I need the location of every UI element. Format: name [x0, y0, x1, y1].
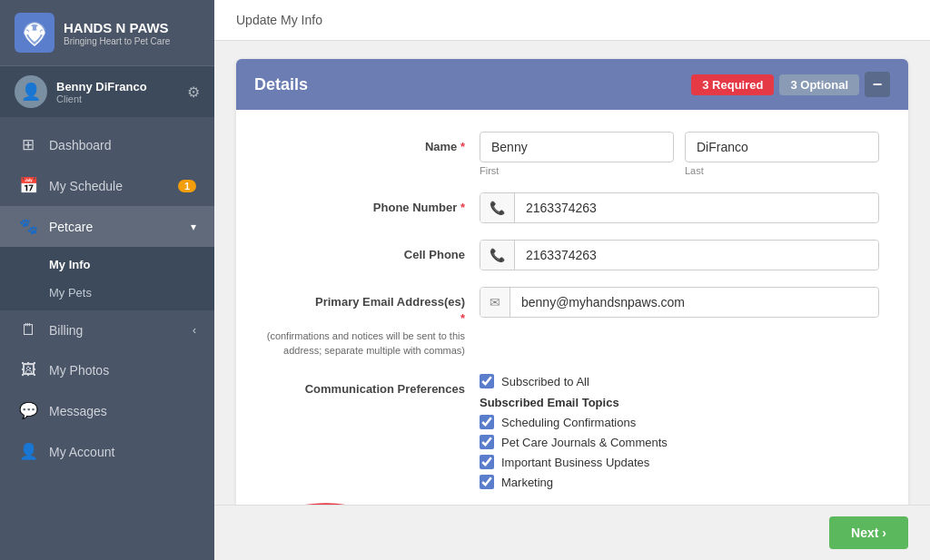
petcare-submenu: My Info My Pets	[0, 247, 214, 310]
sidebar-item-label: Messages	[49, 404, 107, 418]
topic4-label[interactable]: Marketing	[480, 475, 879, 489]
email-input-wrap: ✉	[480, 287, 879, 318]
email-icon: ✉	[480, 288, 510, 317]
sidebar-item-my-account[interactable]: 👤 My Account	[0, 431, 214, 472]
last-name-input[interactable]	[685, 132, 879, 162]
sidebar: HANDS N PAWS Bringing Heart to Pet Care …	[0, 0, 214, 560]
required-star: *	[460, 201, 465, 214]
sidebar-item-messages[interactable]: 💬 Messages	[0, 390, 214, 431]
last-label: Last	[685, 165, 879, 176]
calendar-icon: 📅	[18, 176, 38, 195]
navigation: ⊞ Dashboard 📅 My Schedule 1 🐾 Petcare ▾ …	[0, 117, 214, 560]
name-fields: First Last	[480, 132, 879, 176]
required-badge: 3 Required	[691, 74, 774, 95]
topic1-label[interactable]: Scheduling Confirmations	[480, 415, 879, 429]
sidebar-item-label: My Account	[49, 445, 114, 459]
details-card: Details 3 Required 3 Optional − Name *	[236, 59, 908, 505]
sidebar-item-label: Dashboard	[49, 138, 112, 152]
user-info: Benny DiFranco Client	[56, 80, 178, 104]
next-button[interactable]: Next ›	[829, 516, 908, 549]
cell-field: 📞	[480, 240, 879, 270]
sidebar-item-label: Billing	[49, 323, 83, 338]
chevron-down-icon: ▾	[191, 221, 196, 233]
form-body: Name * First Last	[236, 110, 908, 505]
email-row: Primary Email Address(es) * (confirmatio…	[265, 287, 879, 358]
schedule-badge: 1	[178, 180, 196, 192]
first-name-input[interactable]	[480, 132, 674, 162]
svg-point-4	[41, 31, 45, 35]
logo-area: HANDS N PAWS Bringing Heart to Pet Care	[0, 0, 214, 66]
cell-input-wrap: 📞	[480, 240, 879, 270]
topic2-checkbox[interactable]	[480, 435, 494, 449]
sidebar-item-label: My Photos	[49, 363, 109, 378]
sidebar-item-petcare[interactable]: 🐾 Petcare ▾	[0, 206, 214, 247]
required-star: *	[460, 140, 465, 153]
phone-input-wrap: 📞	[480, 192, 879, 223]
chat-icon: 💬	[18, 401, 38, 420]
app-tagline: Bringing Heart to Pet Care	[64, 36, 170, 46]
file-icon: 🗒	[18, 321, 38, 339]
topic2-text: Pet Care Journals & Comments	[501, 436, 668, 449]
comm-pref-field: Subscribed to All Subscribed Email Topic…	[480, 374, 879, 495]
phone-icon: 📞	[480, 193, 515, 222]
topic2-label[interactable]: Pet Care Journals & Comments	[480, 435, 879, 449]
logo-icon	[15, 13, 54, 53]
cell-icon: 📞	[480, 241, 515, 270]
phone-row: Phone Number * 📞	[265, 192, 879, 223]
first-name-wrap: First	[480, 132, 674, 176]
cell-phone-row: Cell Phone 📞	[265, 240, 879, 270]
sidebar-item-billing[interactable]: 🗒 Billing ‹	[0, 310, 214, 350]
name-row: Name * First Last	[265, 132, 879, 176]
sidebar-item-dashboard[interactable]: ⊞ Dashboard	[0, 124, 214, 165]
sidebar-item-label: Petcare	[49, 220, 93, 234]
cell-label: Cell Phone	[265, 240, 465, 263]
topic4-text: Marketing	[501, 476, 553, 489]
topic1-checkbox[interactable]	[480, 415, 494, 429]
topic4-checkbox[interactable]	[480, 475, 494, 489]
card-title: Details	[254, 75, 308, 94]
sidebar-item-my-info[interactable]: My Info	[0, 251, 214, 279]
svg-point-3	[25, 31, 29, 35]
main-content: Update My Info Details 3 Required 3 Opti…	[214, 0, 930, 560]
topic3-checkbox[interactable]	[480, 455, 494, 469]
user-role: Client	[56, 93, 178, 104]
svg-point-1	[27, 25, 33, 31]
svg-point-2	[36, 25, 42, 31]
subscribed-topics-title: Subscribed Email Topics	[480, 396, 879, 409]
optional-badge: 3 Optional	[779, 74, 859, 95]
subscribed-all-text: Subscribed to All	[501, 375, 589, 388]
grid-icon: ⊞	[18, 135, 38, 154]
topic3-label[interactable]: Important Business Updates	[480, 455, 879, 469]
first-label: First	[480, 165, 674, 176]
user-name: Benny DiFranco	[56, 80, 178, 93]
app-name: HANDS N PAWS	[64, 20, 170, 36]
subscribed-all-checkbox[interactable]	[480, 374, 494, 388]
comm-pref-label: Communication Preferences	[265, 374, 465, 398]
topic3-text: Important Business Updates	[501, 456, 649, 469]
header-badges: 3 Required 3 Optional −	[691, 72, 890, 97]
sidebar-item-my-schedule[interactable]: 📅 My Schedule 1	[0, 165, 214, 206]
phone-field: 📞	[480, 192, 879, 223]
page-footer: Next ›	[214, 505, 930, 560]
card-header: Details 3 Required 3 Optional −	[236, 59, 908, 110]
email-label: Primary Email Address(es) * (confirmatio…	[265, 287, 465, 358]
phone-label: Phone Number *	[265, 192, 465, 216]
email-sublabel: (confirmations and notices will be sent …	[265, 329, 465, 358]
phone-input[interactable]	[515, 193, 878, 222]
subscribed-all-label[interactable]: Subscribed to All	[480, 374, 879, 388]
collapse-button[interactable]: −	[865, 72, 890, 97]
last-name-wrap: Last	[685, 132, 879, 176]
content-area: Details 3 Required 3 Optional − Name *	[214, 41, 930, 505]
user-profile: 👤 Benny DiFranco Client ⚙	[0, 66, 214, 117]
sidebar-item-my-photos[interactable]: 🖼 My Photos	[0, 350, 214, 390]
comm-pref-row: Communication Preferences Subscribed to …	[265, 374, 879, 495]
name-label: Name *	[265, 132, 465, 155]
sidebar-item-my-pets[interactable]: My Pets	[0, 279, 214, 307]
chevron-left-icon: ‹	[193, 324, 196, 337]
cell-input[interactable]	[515, 241, 878, 270]
email-field: ✉	[480, 287, 879, 318]
email-input[interactable]	[510, 288, 878, 317]
required-star: *	[460, 311, 465, 325]
person-icon: 👤	[18, 442, 38, 461]
gear-icon[interactable]: ⚙	[187, 84, 200, 101]
